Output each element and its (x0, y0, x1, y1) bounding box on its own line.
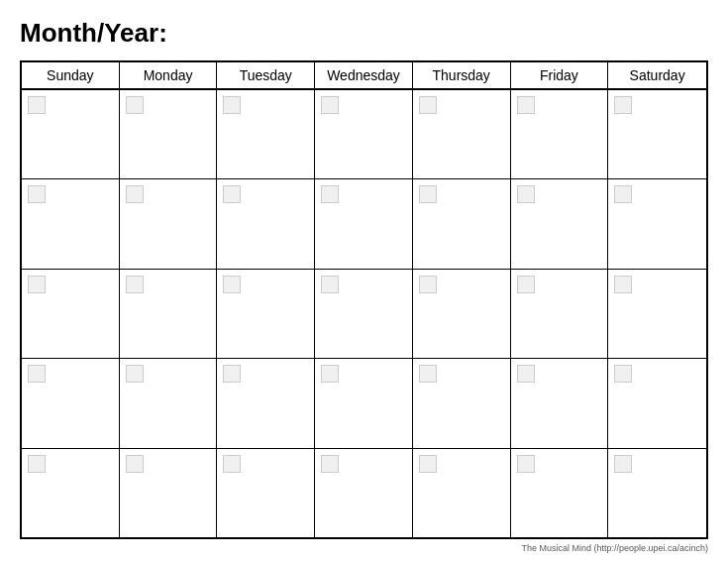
calendar-cell (120, 359, 218, 447)
date-box (223, 185, 241, 203)
calendar-cell (511, 179, 609, 268)
calendar-cell (120, 449, 218, 537)
calendar-cell (217, 359, 315, 447)
calendar-cell (22, 90, 120, 178)
date-box (28, 455, 46, 473)
calendar-cell (413, 359, 511, 447)
calendar-header: SundayMondayTuesdayWednesdayThursdayFrid… (22, 62, 706, 90)
calendar-cell (511, 449, 609, 537)
calendar-body (22, 90, 706, 537)
date-box (614, 276, 632, 293)
date-box (28, 365, 46, 383)
date-box (419, 96, 437, 114)
day-header-saturday: Saturday (608, 62, 706, 88)
calendar-cell (315, 449, 413, 537)
calendar-cell (608, 90, 706, 178)
date-box (223, 365, 241, 383)
calendar-row-4 (22, 359, 706, 448)
calendar-cell (22, 270, 120, 358)
calendar-cell (120, 90, 218, 178)
date-box (321, 365, 339, 383)
date-box (517, 185, 535, 203)
calendar-cell (413, 270, 511, 358)
date-box (321, 455, 339, 473)
date-box (28, 185, 46, 203)
calendar-cell (608, 270, 706, 358)
date-box (419, 365, 437, 383)
date-box (321, 185, 339, 203)
footer: The Musical Mind (http://people.upei.ca/… (20, 543, 708, 553)
day-header-thursday: Thursday (413, 62, 511, 88)
calendar-cell (22, 179, 120, 268)
calendar-cell (22, 449, 120, 537)
date-box (126, 455, 144, 473)
calendar-cell (608, 179, 706, 268)
calendar-cell (608, 449, 706, 537)
calendar-cell (120, 270, 218, 358)
calendar-cell (315, 359, 413, 447)
date-box (419, 185, 437, 203)
day-header-sunday: Sunday (22, 62, 120, 88)
day-header-wednesday: Wednesday (315, 62, 413, 88)
date-box (223, 455, 241, 473)
calendar-row-3 (22, 270, 706, 359)
day-header-monday: Monday (120, 62, 218, 88)
day-header-friday: Friday (511, 62, 609, 88)
calendar-cell (413, 179, 511, 268)
date-box (126, 96, 144, 114)
date-box (126, 185, 144, 203)
date-box (223, 276, 241, 293)
date-box (614, 455, 632, 473)
calendar-cell (120, 179, 218, 268)
date-box (223, 96, 241, 114)
date-box (614, 365, 632, 383)
calendar-cell (413, 90, 511, 178)
date-box (321, 276, 339, 293)
calendar-row-5 (22, 449, 706, 537)
calendar-cell (217, 449, 315, 537)
calendar-cell (511, 270, 609, 358)
date-box (614, 96, 632, 114)
date-box (517, 365, 535, 383)
date-box (28, 276, 46, 293)
date-box (419, 455, 437, 473)
date-box (419, 276, 437, 293)
calendar-cell (315, 90, 413, 178)
date-box (321, 96, 339, 114)
page-title: Month/Year: (20, 18, 708, 49)
calendar-cell (22, 359, 120, 447)
calendar-cell (217, 90, 315, 178)
calendar-cell (315, 270, 413, 358)
calendar: SundayMondayTuesdayWednesdayThursdayFrid… (20, 60, 708, 539)
calendar-cell (413, 449, 511, 537)
calendar-cell (315, 179, 413, 268)
date-box (517, 96, 535, 114)
date-box (28, 96, 46, 114)
date-box (126, 365, 144, 383)
calendar-cell (511, 90, 609, 178)
day-header-tuesday: Tuesday (217, 62, 315, 88)
calendar-cell (217, 179, 315, 268)
calendar-cell (217, 270, 315, 358)
date-box (126, 276, 144, 293)
date-box (517, 455, 535, 473)
calendar-row-1 (22, 90, 706, 179)
calendar-cell (511, 359, 609, 447)
calendar-row-2 (22, 179, 706, 269)
date-box (614, 185, 632, 203)
calendar-cell (608, 359, 706, 447)
date-box (517, 276, 535, 293)
